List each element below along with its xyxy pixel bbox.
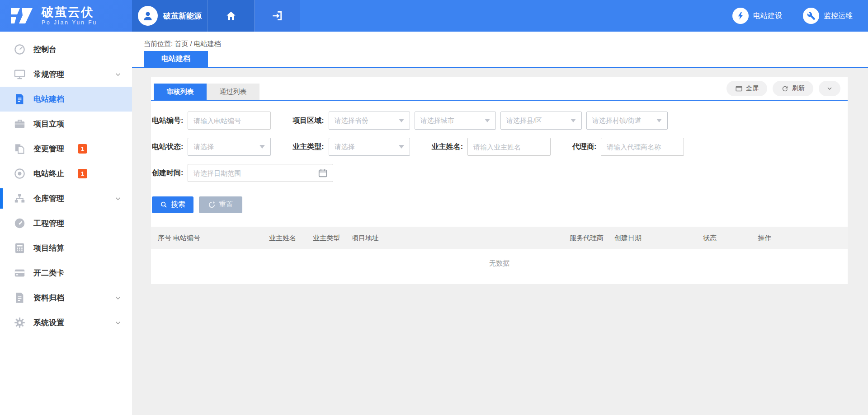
- company-name: 破茧新能源: [163, 11, 202, 21]
- main-area: 当前位置: 首页 / 电站建档 电站建档 审核列表 通过列表 全屏: [132, 32, 868, 415]
- reset-button[interactable]: 重置: [199, 196, 242, 213]
- sidebar-item-engineering-mgmt[interactable]: 工程管理: [0, 211, 132, 236]
- tab-review-list[interactable]: 审核列表: [154, 84, 207, 100]
- sidebar-item-warehouse-mgmt[interactable]: 仓库管理: [0, 186, 132, 211]
- sitemap-icon: [14, 192, 26, 205]
- search-label: 搜索: [171, 200, 185, 210]
- exit-icon: [271, 10, 283, 22]
- sidebar-item-station-filing[interactable]: 电站建档: [0, 87, 132, 112]
- town-select[interactable]: 请选择村镇/街道: [586, 112, 668, 130]
- sidebar-item-label: 系统设置: [33, 317, 64, 328]
- caret-down-icon: [571, 119, 576, 122]
- filter-form: 电站编号: 项目区域: 请选择省份 请选择城市: [151, 101, 848, 213]
- station-status-select[interactable]: 请选择: [188, 138, 271, 156]
- owner-type-placeholder: 请选择: [335, 143, 355, 151]
- sidebar-item-open-class2-card[interactable]: 开二类卡: [0, 261, 132, 285]
- caret-down-icon: [399, 145, 404, 149]
- chevron-down-icon: [826, 85, 833, 92]
- county-select[interactable]: 请选择县/区: [500, 112, 582, 130]
- sidebar-item-project-initiation[interactable]: 项目立项: [0, 112, 132, 136]
- record-icon: [14, 168, 26, 180]
- sidebar-item-data-archive[interactable]: 资料归档: [0, 285, 132, 310]
- logout-button[interactable]: [255, 0, 300, 32]
- breadcrumb-prefix: 当前位置:: [144, 40, 173, 47]
- sidebar-item-system-settings[interactable]: 系统设置: [0, 310, 132, 335]
- province-select[interactable]: 请选择省份: [329, 112, 410, 130]
- agent-input[interactable]: [601, 138, 684, 156]
- gear-icon: [14, 317, 26, 329]
- agent-label: 代理商:: [572, 142, 596, 152]
- breadcrumb-strip: 当前位置: 首页 / 电站建档 电站建档: [132, 32, 868, 68]
- col-actions: 操作: [758, 234, 848, 242]
- col-status: 状态: [703, 234, 758, 242]
- sidebar-item-label: 项目立项: [33, 119, 64, 129]
- sidebar-item-label: 电站终止: [33, 168, 64, 179]
- card-icon: [14, 267, 26, 279]
- station-no-input[interactable]: [188, 112, 271, 130]
- nav-station-construction[interactable]: 电站建设: [732, 8, 782, 24]
- sidebar-item-project-settlement[interactable]: 项目结算: [0, 236, 132, 261]
- station-status-placeholder: 请选择: [193, 143, 214, 151]
- brand-subtitle: Po Jian Yun Fu: [42, 19, 97, 26]
- owner-name-label: 业主姓名:: [432, 142, 463, 152]
- refresh-icon: [781, 85, 789, 93]
- fullscreen-button[interactable]: 全屏: [726, 81, 767, 96]
- home-button[interactable]: [208, 0, 255, 32]
- station-status-label: 电站状态:: [152, 142, 183, 152]
- empty-state: 无数据: [151, 249, 848, 272]
- chevron-down-icon: [114, 319, 122, 327]
- col-serial: 序号: [158, 234, 173, 242]
- collapse-toolbar-button[interactable]: [819, 81, 840, 96]
- date-range-input[interactable]: [188, 164, 333, 182]
- col-service-agent: 服务代理商: [570, 234, 614, 242]
- caret-down-icon: [259, 145, 265, 149]
- sidebar-item-console[interactable]: 控制台: [0, 37, 132, 62]
- chevron-down-icon: [114, 70, 122, 79]
- search-icon: [160, 201, 168, 209]
- wrench-icon: [803, 8, 819, 24]
- breadcrumb-path[interactable]: 首页 / 电站建档: [175, 40, 221, 47]
- nav-monitoring-ops[interactable]: 监控运维: [803, 8, 853, 24]
- panel: 审核列表 通过列表 全屏 刷新: [151, 77, 848, 284]
- town-select-placeholder: 请选择村镇/街道: [592, 117, 642, 125]
- document-icon: [14, 93, 26, 105]
- owner-type-label: 业主类型:: [292, 142, 324, 152]
- content: 审核列表 通过列表 全屏 刷新: [132, 68, 868, 284]
- brand-logo-icon: [9, 5, 35, 26]
- brand-logo-area[interactable]: 破茧云伏 Po Jian Yun Fu: [0, 0, 132, 32]
- sidebar-item-label: 控制台: [33, 44, 57, 55]
- lightning-icon: [732, 8, 749, 24]
- chevron-down-icon: [114, 195, 122, 203]
- city-select[interactable]: 请选择城市: [415, 112, 496, 130]
- col-owner-type: 业主类型: [313, 234, 352, 242]
- user-menu[interactable]: 破茧新能源: [132, 0, 208, 32]
- city-select-placeholder: 请选择城市: [420, 117, 454, 125]
- tab-passed-list[interactable]: 通过列表: [207, 84, 259, 100]
- col-station-no: 电站编号: [173, 234, 269, 242]
- reset-icon: [208, 201, 216, 209]
- breadcrumb: 当前位置: 首页 / 电站建档: [144, 40, 221, 48]
- refresh-label: 刷新: [792, 84, 805, 93]
- page-tab-station-filing[interactable]: 电站建档: [144, 51, 208, 67]
- refresh-button[interactable]: 刷新: [773, 81, 813, 96]
- owner-name-input[interactable]: [467, 138, 551, 156]
- sidebar-item-station-termination[interactable]: 电站终止 1: [0, 161, 132, 186]
- sidebar-item-label: 工程管理: [33, 218, 64, 228]
- copy-icon: [14, 143, 26, 155]
- reset-label: 重置: [219, 200, 233, 210]
- fullscreen-icon: [735, 85, 743, 93]
- caret-down-icon: [399, 119, 404, 122]
- gauge-icon: [14, 43, 26, 56]
- calculator-icon: [14, 242, 26, 254]
- search-button[interactable]: 搜索: [152, 196, 193, 213]
- col-created-date: 创建日期: [614, 234, 703, 242]
- sidebar-item-label: 项目结算: [33, 243, 64, 253]
- owner-type-select[interactable]: 请选择: [329, 138, 410, 156]
- caret-down-icon: [485, 119, 490, 122]
- speedometer-icon: [14, 217, 26, 229]
- avatar: [138, 6, 158, 26]
- panel-tabs-row: 审核列表 通过列表 全屏 刷新: [151, 77, 848, 101]
- sidebar-item-change-mgmt[interactable]: 变更管理 1: [0, 136, 132, 161]
- monitor-icon: [14, 68, 26, 80]
- sidebar-item-general-mgmt[interactable]: 常规管理: [0, 62, 132, 87]
